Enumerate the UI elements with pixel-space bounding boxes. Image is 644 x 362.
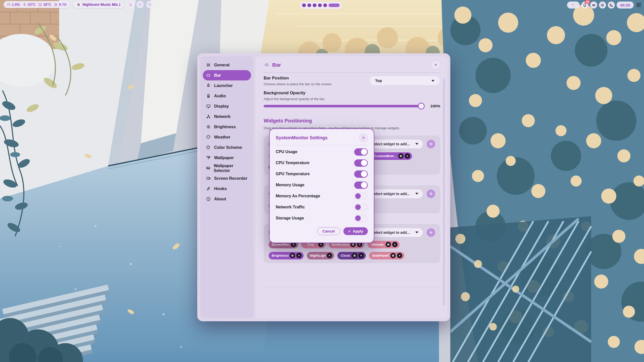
- moon-off-icon: [609, 3, 613, 7]
- toggle-switch[interactable]: [354, 193, 368, 200]
- widget-chip[interactable]: NightLight ×: [307, 252, 334, 259]
- quick-button[interactable]: [137, 1, 144, 8]
- topbar-icon-button[interactable]: 10: [581, 2, 588, 9]
- toggle-row: Memory Usage: [276, 179, 368, 191]
- gear-icon[interactable]: ⚙: [290, 253, 295, 258]
- gear-icon[interactable]: ⚙: [352, 253, 357, 258]
- sidebar-item[interactable]: About: [203, 194, 251, 204]
- close-icon[interactable]: ×: [397, 253, 402, 258]
- scrollbar[interactable]: [443, 79, 445, 306]
- sidebar-item[interactable]: Wallpaper: [203, 153, 251, 163]
- close-button[interactable]: ×: [431, 60, 440, 69]
- link-icon: [206, 186, 211, 191]
- close-icon[interactable]: ×: [358, 253, 364, 258]
- widget-chip[interactable]: SidePanelT… ⚙ ×: [369, 252, 404, 259]
- system-stats-pill[interactable]: 1.8% 43°C 38°C 9.7G: [4, 1, 70, 8]
- close-icon[interactable]: ×: [392, 242, 397, 247]
- media-player-pill[interactable]: Nightcore Music Mix 20…: [73, 1, 124, 8]
- sidebar-item[interactable]: Bar: [203, 70, 251, 80]
- toggle-knob: [355, 215, 361, 221]
- topbar-right-icons: 10: [567, 2, 615, 9]
- close-icon[interactable]: ×: [405, 153, 410, 159]
- sidebar-item[interactable]: Audio: [203, 91, 251, 101]
- quick-buttons: [127, 1, 153, 8]
- workspace-dot[interactable]: [318, 4, 322, 7]
- topbar-icon-button[interactable]: [567, 2, 580, 9]
- sidebar-item[interactable]: Weather: [203, 132, 251, 142]
- toggle-switch[interactable]: [354, 170, 368, 178]
- left-add-widget-select[interactable]: Select widget to add...: [367, 139, 423, 149]
- gear-icon[interactable]: ⚙: [386, 242, 391, 247]
- sun-icon: [600, 3, 605, 7]
- cancel-button[interactable]: Cancel: [317, 227, 340, 235]
- speaker-box-icon: [206, 94, 211, 98]
- gear-icon[interactable]: ⚙: [390, 253, 396, 258]
- widget-chip[interactable]: Brightness ⚙ ×: [269, 252, 304, 259]
- widget-chip[interactable]: CustomButt… ⚙ ×: [371, 152, 412, 160]
- gear-icon[interactable]: ⚙: [398, 153, 404, 159]
- workspace-dot[interactable]: [329, 4, 340, 7]
- sidebar-item[interactable]: General: [203, 60, 251, 70]
- clock[interactable]: 00:28: [617, 2, 634, 9]
- modal-close-button[interactable]: ×: [359, 133, 368, 142]
- quick-button[interactable]: [127, 1, 134, 8]
- select-placeholder: Select widget to add...: [372, 142, 410, 146]
- top-bar: 1.8% 43°C 38°C 9.7G Nightcore Music Mix …: [0, 1, 644, 8]
- workspace-dot[interactable]: [313, 4, 316, 7]
- workspace-dot[interactable]: [307, 4, 311, 7]
- system-stat: 1.8%: [7, 3, 20, 7]
- toggle-switch[interactable]: [354, 148, 368, 156]
- sidebar-item[interactable]: Brightness: [203, 122, 251, 132]
- header-divider: [264, 72, 440, 73]
- sidebar-item[interactable]: Launcher: [203, 80, 251, 91]
- left-add-widget-button[interactable]: +: [427, 140, 435, 148]
- topbar-icon-button[interactable]: [608, 2, 615, 9]
- apps-icon[interactable]: [635, 2, 642, 8]
- sidebar-item[interactable]: Color Scheme: [203, 142, 251, 153]
- opacity-value: 100%: [428, 104, 440, 108]
- bar-position-label: Bar Position: [264, 76, 332, 81]
- close-icon[interactable]: ×: [296, 253, 302, 258]
- topbar-icon-button[interactable]: [599, 2, 606, 9]
- right-add-widget-button[interactable]: +: [427, 228, 435, 237]
- workspace-dot[interactable]: [302, 4, 306, 7]
- right-add-widget-select[interactable]: Select widget to add...: [367, 228, 423, 237]
- opacity-slider[interactable]: [264, 105, 424, 107]
- toggle-switch[interactable]: [354, 204, 368, 211]
- check-icon: ✓: [348, 229, 351, 234]
- section-divider: [264, 287, 440, 287]
- sidebar-item[interactable]: Hooks: [203, 184, 251, 194]
- pill-icon: [264, 63, 270, 67]
- toggle-label: Network Traffic: [276, 205, 305, 209]
- toggle-switch[interactable]: [354, 159, 368, 167]
- quick-button[interactable]: [146, 1, 153, 8]
- modal-title: SystemMonitor Settings: [276, 135, 328, 141]
- sidebar-item[interactable]: Wallpaper Selector: [203, 163, 251, 173]
- opacity-slider-knob[interactable]: [418, 103, 425, 110]
- background-opacity-setting: Background Opacity Adjust the background…: [264, 90, 440, 108]
- topbar-icon-button[interactable]: [590, 2, 597, 9]
- toggle-label: CPU Usage: [276, 150, 297, 154]
- close-icon[interactable]: ×: [327, 253, 332, 258]
- toggle-switch[interactable]: [354, 215, 368, 222]
- sidebar-item[interactable]: Display: [203, 101, 251, 111]
- sidebar-item-label: Audio: [214, 94, 226, 98]
- content-header: Bar ×: [264, 60, 440, 69]
- page-title: Bar: [272, 62, 281, 68]
- widget-chip[interactable]: Clock ⚙ ×: [337, 252, 366, 259]
- workspace-dot[interactable]: [323, 4, 327, 7]
- sidebar-item[interactable]: Screen Recorder: [203, 173, 251, 184]
- center-add-widget-select[interactable]: Select widget to add...: [367, 189, 423, 199]
- toggle-knob: [355, 204, 361, 210]
- video-camera-icon: [206, 176, 211, 181]
- sidebar-item-label: Color Scheme: [214, 145, 242, 150]
- sidebar-item[interactable]: Network: [203, 111, 251, 122]
- toggle-switch[interactable]: [354, 182, 368, 189]
- bar-position-select[interactable]: Top: [369, 76, 440, 86]
- temp-widget-icon: [571, 3, 575, 7]
- sidebar-item-label: Bar: [214, 73, 221, 78]
- center-add-widget-button[interactable]: +: [427, 190, 435, 198]
- apply-button[interactable]: ✓ Apply: [343, 227, 368, 235]
- bar-position-desc: Choose where to place the bar on the scr…: [264, 82, 332, 86]
- toggle-knob: [361, 149, 367, 155]
